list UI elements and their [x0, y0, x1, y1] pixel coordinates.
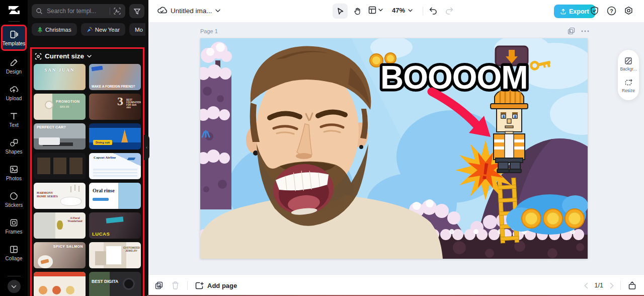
thumbnail-artwork: ! [200, 38, 588, 259]
template-thumb-jewelry[interactable]: CUSTOMIZED JEWELRY [89, 242, 141, 268]
template-thumb-diving-suit[interactable]: Diving suit [89, 123, 141, 150]
search-input[interactable] [46, 7, 107, 15]
size-frame-icon [35, 53, 42, 60]
sidebar-item-design[interactable]: Design [0, 53, 28, 80]
tag-label: New Year [95, 27, 120, 33]
duplicate-icon[interactable] [154, 281, 164, 290]
stickers-icon [9, 191, 19, 201]
resize-icon [624, 79, 632, 87]
sidebar-item-label: Photos [6, 176, 22, 181]
present-icon[interactable] [627, 281, 637, 290]
filter-button[interactable] [129, 4, 144, 18]
undo-button[interactable] [428, 6, 438, 16]
chevron-down-icon [87, 55, 92, 58]
panel-collapse-handle[interactable]: ‹ [144, 135, 149, 160]
template-thumb-oral-rinse[interactable]: Oral rinse [89, 183, 141, 209]
resize-button[interactable]: Resize [618, 79, 638, 93]
search-divider [110, 8, 110, 15]
background-button[interactable]: Backgr... [618, 57, 638, 71]
template-tags-row: Christmas New Year Mo [32, 23, 145, 36]
image-search-icon[interactable] [113, 7, 121, 15]
trash-icon[interactable] [171, 281, 180, 290]
template-thumb-lucas-podcast[interactable]: LUCAS [89, 212, 141, 239]
template-thumb-promotion[interactable]: PROMOTION$89.99 [34, 94, 86, 120]
tag-label: Christmas [45, 27, 71, 33]
coins [522, 209, 584, 228]
shapes-icon [9, 138, 19, 147]
template-thumb-perfect-car[interactable]: PERFECT CAR? [34, 123, 86, 150]
tag-label: Mo [135, 27, 143, 33]
svg-text:?: ? [610, 8, 613, 14]
design-canvas[interactable]: ! [200, 38, 588, 259]
sidebar-item-label: Frames [6, 229, 23, 235]
template-thumb-food-menu[interactable] [34, 272, 86, 296]
sidebar-item-label: Stickers [5, 202, 23, 208]
sidebar-item-photos[interactable]: Photos [0, 160, 28, 186]
template-thumb-floral[interactable]: A Floral Wonderland [34, 212, 86, 239]
bottom-divider [187, 281, 188, 290]
bottom-divider [620, 281, 621, 290]
template-thumb-foreign-friend[interactable]: MAKE A FOREIGN FRIEND? [89, 64, 141, 90]
template-thumb-foundations[interactable]: 3BEST FOUNDATIONS FOR dark skin [89, 94, 141, 120]
template-thumb-airline[interactable]: Capcut Airline [89, 153, 141, 179]
page-indicator: 1/1 [595, 282, 603, 289]
sidebar-item-templates[interactable]: Templates [1, 25, 27, 51]
settings-button[interactable] [623, 6, 634, 16]
capcut-logo[interactable] [0, 0, 28, 20]
template-search-box[interactable] [32, 4, 125, 18]
sidebar-item-upload[interactable]: Upload [0, 80, 28, 106]
text-icon [9, 111, 19, 121]
gear-icon [623, 6, 634, 16]
layout-tool-button[interactable] [368, 6, 383, 15]
template-thumb-interior[interactable] [34, 153, 86, 179]
document-title[interactable]: Untitled ima... [171, 7, 220, 15]
layout-grid-icon [368, 6, 377, 15]
rail-bottom-divider [8, 276, 21, 276]
tag-more-truncated[interactable]: Mo [129, 23, 145, 36]
sidebar-item-stickers[interactable]: Stickers [0, 186, 28, 213]
photos-icon [9, 165, 19, 174]
prev-page-chevron[interactable] [584, 282, 588, 289]
background-icon [624, 57, 632, 65]
templates-panel: Christmas New Year Mo Current size SAN J… [28, 0, 148, 296]
search-icon [36, 8, 43, 15]
sidebar-item-shapes[interactable]: Shapes [0, 133, 28, 160]
next-page-chevron[interactable] [610, 282, 614, 289]
tag-christmas[interactable]: Christmas [32, 23, 77, 36]
template-thumb-best-digital[interactable]: BEST DIGITA [89, 272, 141, 296]
redo-icon [444, 6, 454, 16]
canvas-area: Page 1 [148, 22, 644, 275]
sidebar-item-label: Design [6, 69, 22, 75]
export-icon [560, 8, 567, 15]
rail-collapse-button[interactable] [8, 280, 21, 293]
sidebar-item-label: Collage [6, 256, 23, 261]
cloud-check-icon [156, 5, 168, 16]
question-circle-icon: ? [606, 6, 617, 16]
current-size-dropdown[interactable]: Current size [32, 49, 143, 63]
template-thumb-harmony-home[interactable]: HARMONY HOME SERIES [34, 183, 86, 209]
add-page-button[interactable]: Add page [195, 281, 237, 290]
page-label: Page 1 [200, 28, 218, 34]
duplicate-page-icon[interactable] [568, 27, 575, 35]
cloud-save-status[interactable] [156, 5, 168, 16]
hand-tool-button[interactable] [350, 4, 365, 19]
safety-shield-button[interactable] [589, 6, 600, 16]
main-area: Untitled ima... 47% Export [148, 0, 644, 296]
more-options-icon[interactable] [581, 30, 589, 32]
sidebar-item-collage[interactable]: Collage [0, 240, 28, 266]
template-thumb-san-juan[interactable]: SAN JUAN [34, 64, 86, 90]
select-tool-button[interactable] [333, 4, 348, 19]
chevron-down-icon [378, 9, 383, 12]
redo-button[interactable] [444, 6, 454, 16]
sidebar-item-label: Upload [6, 96, 22, 101]
top-toolbar: Untitled ima... 47% Export [148, 0, 644, 23]
collage-icon [9, 245, 19, 254]
booom-headline: BOOOOM [380, 59, 528, 96]
sidebar-item-text[interactable]: Text [0, 106, 28, 133]
template-thumb-spicy-salmon[interactable]: SPICY SALMON [34, 242, 86, 268]
zoom-control[interactable]: 47% [392, 7, 413, 14]
help-button[interactable]: ? [606, 6, 617, 16]
tag-new-year[interactable]: New Year [81, 23, 125, 36]
pixel-worker [491, 89, 528, 173]
sidebar-item-frames[interactable]: Frames [0, 213, 28, 240]
